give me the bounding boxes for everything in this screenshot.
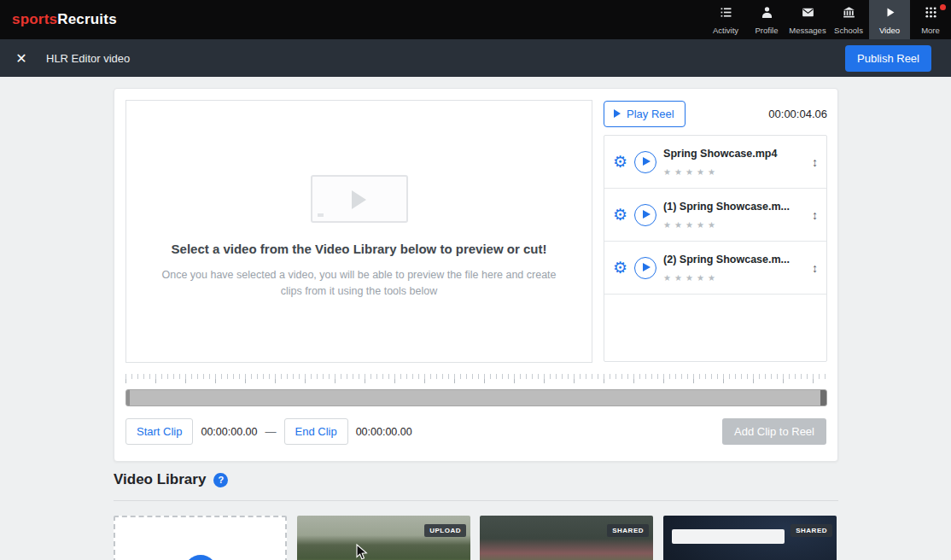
nav-label-schools: Schools	[834, 26, 863, 35]
time-separator: —	[265, 425, 277, 438]
editor-card: Select a video from the Video Library be…	[114, 88, 838, 462]
rating-stars	[663, 216, 803, 231]
reel-clip-row: Spring Showcase.mp4	[604, 136, 826, 189]
nav-label-profile: Profile	[756, 26, 779, 35]
video-play-icon	[883, 5, 897, 23]
clip-info: Spring Showcase.mp4	[663, 145, 803, 178]
reel-header: Play Reel 00:00:04.06	[604, 100, 827, 127]
publish-reel-button[interactable]: Publish Reel	[845, 45, 931, 72]
video-player-placeholder-icon	[311, 175, 408, 223]
close-icon[interactable]	[9, 45, 34, 71]
scrubber-start-handle[interactable]	[126, 390, 130, 405]
nav-item-activity[interactable]: Activity	[705, 0, 746, 39]
editor-header: HLR Editor video Publish Reel	[0, 39, 951, 77]
rating-stars	[663, 269, 803, 284]
play-reel-button[interactable]: Play Reel	[604, 101, 686, 127]
top-navbar: sportsRecruits Activity Profile Messages…	[0, 0, 951, 39]
nav-item-schools[interactable]: Schools	[828, 0, 869, 39]
thumbnail-title-card	[672, 529, 785, 544]
scrubber-end-handle[interactable]	[820, 390, 826, 405]
clip-info: (1) Spring Showcase.m...	[663, 198, 803, 231]
reel-clip-row: (2) Spring Showcase.m...	[604, 242, 826, 295]
nav-item-profile[interactable]: Profile	[746, 0, 787, 39]
reel-clip-row: (1) Spring Showcase.m...	[604, 189, 826, 242]
gear-icon[interactable]	[613, 207, 627, 224]
more-grid-icon	[924, 5, 938, 23]
preview-subtext: Once you have selected a video, you will…	[152, 267, 566, 300]
status-badge: SHARED	[791, 524, 832, 537]
reel-duration: 00:00:04.06	[768, 108, 827, 120]
drag-handle-icon[interactable]	[810, 208, 820, 222]
drag-handle-icon[interactable]	[810, 261, 820, 275]
timeline-scrubber[interactable]	[125, 389, 827, 406]
clip-play-button[interactable]	[634, 257, 656, 279]
gear-icon[interactable]	[613, 260, 627, 277]
navbar-items: Activity Profile Messages Schools Video	[705, 0, 951, 39]
video-library-header: Video Library	[114, 471, 228, 488]
logo-recruits: Recruits	[57, 11, 117, 27]
nav-label-video: Video	[879, 26, 900, 35]
nav-label-more: More	[921, 26, 940, 35]
nav-item-more[interactable]: More	[910, 0, 951, 39]
clip-info: (2) Spring Showcase.m...	[663, 251, 803, 284]
clip-title: (2) Spring Showcase.m...	[663, 254, 790, 265]
notification-dot	[940, 4, 946, 10]
help-icon[interactable]	[213, 473, 228, 487]
start-clip-time: 00:00:00.00	[201, 426, 257, 438]
start-clip-button[interactable]: Start Clip	[125, 418, 193, 445]
reel-panel: Play Reel 00:00:04.06 Spring Showcase.mp…	[604, 100, 827, 362]
library-divider	[114, 500, 838, 501]
progressbar-nub	[318, 213, 324, 217]
rating-stars	[663, 163, 803, 178]
editor-title: HLR Editor video	[46, 52, 130, 65]
sportsrecruits-logo[interactable]: sportsRecruits	[12, 11, 117, 28]
preview-headline: Select a video from the Video Library be…	[126, 242, 592, 256]
clip-play-button[interactable]	[634, 204, 656, 226]
clip-title: Spring Showcase.mp4	[663, 148, 777, 160]
profile-icon	[760, 5, 774, 23]
video-thumbnail[interactable]: UPLOAD	[297, 516, 470, 560]
logo-sports: sports	[12, 11, 57, 27]
end-clip-time: 00:00:00.00	[356, 426, 412, 438]
status-badge: SHARED	[607, 524, 649, 537]
end-clip-button[interactable]: End Clip	[284, 418, 348, 445]
add-clip-to-reel-button[interactable]: Add Clip to Reel	[722, 418, 826, 445]
nav-item-video[interactable]: Video	[869, 0, 910, 39]
video-preview-area: Select a video from the Video Library be…	[125, 100, 592, 363]
activity-icon	[719, 5, 733, 23]
upload-dropzone-tile[interactable]	[114, 516, 287, 560]
clip-play-button[interactable]	[634, 151, 656, 173]
clip-title: (1) Spring Showcase.m...	[663, 201, 790, 213]
reel-clip-list: Spring Showcase.mp4 (1) Spring Showcase.…	[604, 135, 827, 362]
gear-icon[interactable]	[613, 154, 627, 171]
play-icon	[614, 109, 621, 118]
play-triangle-icon	[352, 190, 366, 209]
nav-label-messages: Messages	[789, 26, 826, 35]
nav-label-activity: Activity	[713, 26, 738, 35]
drag-handle-icon[interactable]	[810, 155, 820, 169]
play-reel-label: Play Reel	[627, 108, 674, 120]
timeline-ruler	[125, 374, 827, 383]
upload-button-icon[interactable]	[184, 555, 217, 560]
video-thumbnail[interactable]: SHARED	[663, 516, 837, 560]
status-badge: UPLOAD	[424, 524, 466, 537]
clip-controls-bar: Start Clip 00:00:00.00 — End Clip 00:00:…	[125, 418, 826, 445]
video-thumbnail[interactable]: SHARED	[480, 516, 653, 560]
messages-icon	[801, 5, 815, 23]
nav-item-messages[interactable]: Messages	[787, 0, 828, 39]
schools-icon	[842, 5, 856, 23]
video-library-title: Video Library	[114, 471, 206, 488]
